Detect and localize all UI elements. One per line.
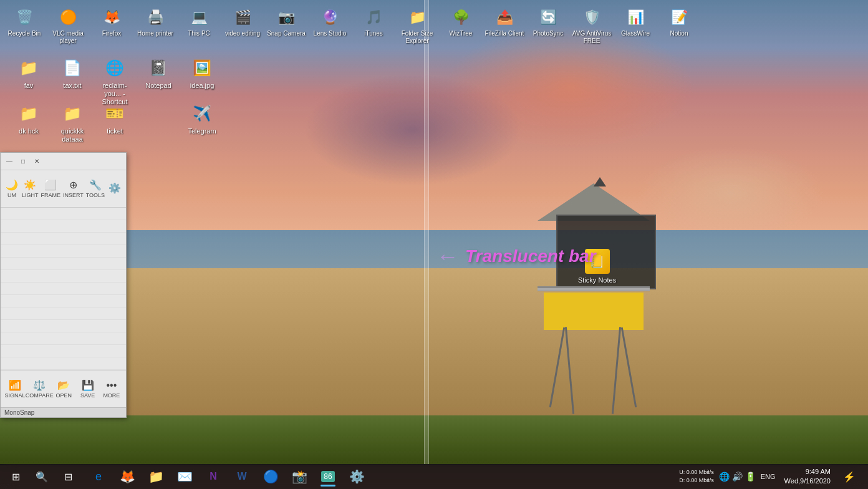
home-printer-icon: 🖨️ — [143, 5, 168, 30]
top-icon-filezilla[interactable]: 📤 FileZilla Client — [483, 3, 526, 39]
save-icon: 💾 — [82, 379, 94, 391]
top-icon-snap-camera[interactable]: 📷 Snap Camera — [265, 3, 307, 39]
taskbar-explorer[interactable]: 📁 — [142, 465, 170, 488]
ticket-icon: 🎫 — [102, 101, 127, 126]
date-display: Wed,9/16/2020 — [784, 477, 831, 486]
settings-taskbar-icon: ⚙️ — [349, 469, 365, 484]
tool-tools[interactable]: 🔧 TOOLS — [85, 177, 106, 201]
taskbar-apps: e 🦊 📁 ✉️ N W 🔵 📸 86 — [82, 465, 678, 488]
taskbar-settings[interactable]: ⚙️ — [343, 465, 370, 488]
top-icon-firefox[interactable]: 🦊 Firefox — [90, 3, 133, 39]
top-taskbar-icons: 🗑️ Recycle Bin 🟠 VLC media player 🦊 Fire… — [0, 0, 868, 42]
task-view-button[interactable]: ⊟ — [55, 464, 80, 489]
time-display: 9:49 AM — [806, 467, 831, 477]
tool-insert-label: INSERT — [63, 192, 84, 198]
reclaim-shortcut-icon: 🌐 — [102, 56, 127, 80]
this-pc-label: This PC — [188, 30, 210, 37]
desktop-icon-fav[interactable]: 📁 fav — [6, 53, 51, 92]
firefox-icon: 🦊 — [99, 5, 124, 30]
upload-label: U: 0.00 Mbit/s — [679, 468, 714, 477]
top-icon-recycle-bin[interactable]: 🗑️ Recycle Bin — [3, 3, 46, 39]
settings-icon: ⚙️ — [109, 182, 121, 194]
top-icon-vlc[interactable]: 🟠 VLC media player — [47, 3, 89, 47]
tool-tools-label: TOOLS — [86, 192, 105, 198]
desktop-icon-ticket[interactable]: 🎫 ticket — [92, 99, 137, 138]
monosnap-taskbar-icon: 📸 — [292, 469, 307, 484]
tool-open[interactable]: 📂 OPEN — [52, 377, 75, 401]
taskbar-monosnap[interactable]: 📸 — [286, 465, 313, 488]
desktop-icon-dk-hck[interactable]: 📁 dk hck — [6, 99, 51, 138]
taskbar-mail[interactable]: ✉️ — [171, 465, 198, 488]
network-tray-icon[interactable]: 🌐 — [719, 472, 730, 482]
tool-light[interactable]: ☀️ LIGHT — [21, 177, 40, 201]
search-button[interactable]: 🔍 — [29, 464, 54, 489]
filezilla-icon: 📤 — [492, 5, 517, 30]
monosnap-canvas — [1, 208, 126, 370]
tool-frame[interactable]: ⬜ FRAME — [39, 177, 62, 201]
taskbar-word[interactable]: W — [228, 465, 256, 488]
recycle-bin-icon: 🗑️ — [12, 5, 37, 30]
lens-studio-icon: 🔮 — [317, 5, 342, 30]
clock-area[interactable]: 9:49 AM Wed,9/16/2020 — [781, 467, 834, 487]
firefox-label: Firefox — [102, 30, 122, 37]
top-icon-notion[interactable]: 📝 Notion — [658, 3, 700, 39]
tool-settings[interactable]: ⚙️ — [106, 180, 123, 198]
light-icon: ☀️ — [24, 179, 36, 191]
filezilla-label: FileZilla Client — [485, 30, 524, 37]
top-icon-home-printer[interactable]: 🖨️ Home printer — [134, 3, 176, 39]
download-label: D: 0.00 Mbit/s — [679, 477, 714, 485]
top-icon-folder-size[interactable]: 📁 Folder Size Explorer — [396, 3, 438, 47]
top-icon-glasswire[interactable]: 📊 GlassWire — [614, 3, 657, 39]
frame-icon: ⬜ — [44, 179, 57, 191]
video-editing-label: video editing — [225, 30, 260, 37]
tool-insert[interactable]: ⊕ INSERT — [62, 177, 85, 201]
start-button[interactable]: ⊞ — [3, 464, 28, 489]
language-badge[interactable]: ENG — [758, 473, 778, 480]
tool-save[interactable]: 💾 SAVE — [76, 377, 100, 401]
tool-um[interactable]: 🌙 UM — [3, 177, 21, 201]
monosnap-statusbar: MonoSnap — [1, 407, 126, 417]
close-button[interactable]: ✕ — [32, 157, 42, 167]
dk-hck-icon: 📁 — [16, 101, 41, 126]
desktop-icon-quickkk[interactable]: 📁 quickkk dataaa — [50, 99, 95, 146]
tool-frame-label: FRAME — [41, 192, 60, 198]
top-icon-itunes[interactable]: 🎵 iTunes — [352, 3, 395, 39]
system-tray-icons: 🌐 🔊 🔋 — [719, 472, 756, 482]
chrome-icon: 🔵 — [263, 469, 279, 484]
folder-size-label: Folder Size Explorer — [397, 30, 437, 45]
battery-tray-icon[interactable]: 🔋 — [745, 472, 756, 482]
taskbar-edge[interactable]: e — [85, 465, 112, 488]
insert-icon: ⊕ — [69, 179, 77, 191]
dk-hck-label: dk hck — [19, 127, 39, 135]
desktop-icon-notepad[interactable]: 📓 Notepad — [136, 53, 181, 92]
minimize-button[interactable]: — — [4, 157, 14, 167]
taskbar-chrome[interactable]: 🔵 — [257, 465, 284, 488]
glasswire-label: GlassWire — [621, 30, 650, 37]
top-icon-photosync[interactable]: 🔄 PhotoSync — [527, 3, 569, 39]
taskbar-task86[interactable]: 86 — [314, 465, 342, 488]
desktop-icon-telegram[interactable]: ✈️ Telegram — [180, 99, 224, 138]
tool-compare[interactable]: ⚖️ COMPARE — [27, 377, 52, 401]
top-icon-lens-studio[interactable]: 🔮 Lens Studio — [309, 3, 351, 39]
top-icon-wiztree[interactable]: 🌳 WizTree — [440, 3, 482, 39]
telegram-icon: ✈️ — [190, 101, 215, 126]
notification-button[interactable]: ⚡ — [837, 464, 862, 489]
task-view-icon: ⊟ — [64, 471, 72, 483]
desktop-icon-idea-jpg[interactable]: 🖼️ idea.jpg — [180, 53, 224, 92]
onenote-icon: N — [210, 471, 217, 482]
top-icon-this-pc[interactable]: 💻 This PC — [178, 3, 220, 39]
tool-signal[interactable]: 📶 SIGNAL — [3, 377, 27, 401]
desktop-icon-tax-txt[interactable]: 📄 tax.txt — [50, 53, 95, 92]
notion-icon: 📝 — [667, 5, 692, 30]
folder-size-icon: 📁 — [405, 5, 430, 30]
tool-compare-label: COMPARE — [26, 392, 54, 399]
maximize-button[interactable]: □ — [18, 157, 28, 167]
taskbar-onenote[interactable]: N — [200, 465, 227, 488]
taskbar-firefox[interactable]: 🦊 — [113, 465, 141, 488]
telegram-label: Telegram — [188, 127, 216, 135]
top-icon-avg[interactable]: 🛡️ AVG AntiVirus FREE — [571, 3, 613, 47]
tool-more[interactable]: ••• MORE — [100, 377, 123, 401]
top-icon-video-editing[interactable]: 🎬 video editing — [221, 3, 264, 39]
video-editing-icon: 🎬 — [230, 5, 255, 30]
speaker-tray-icon[interactable]: 🔊 — [732, 472, 743, 482]
